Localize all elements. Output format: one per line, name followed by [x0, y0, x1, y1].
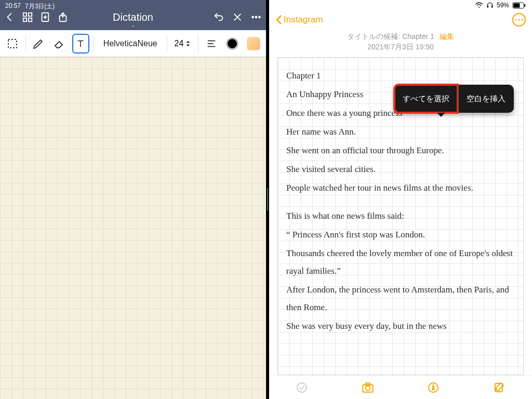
- svg-rect-25: [524, 4, 525, 7]
- svg-point-28: [521, 19, 523, 20]
- left-canvas[interactable]: [0, 57, 266, 399]
- font-size-stepper[interactable]: 24: [171, 39, 194, 48]
- edit-title-button[interactable]: 編集: [440, 32, 454, 41]
- note-line: Thousands cheered the lovely member of o…: [286, 245, 515, 280]
- checklist-icon[interactable]: [295, 380, 309, 395]
- camera-icon[interactable]: [361, 380, 375, 395]
- compose-icon[interactable]: [492, 380, 507, 395]
- font-name: HelveticaNeue: [103, 39, 157, 48]
- svg-rect-21: [487, 6, 488, 8]
- right-app: 59% Instagram タイトルの候補: Chapter 1 編集 2021…: [269, 0, 532, 399]
- left-titlebar: 20:57 7月3日(土) Dictation ⌄: [0, 0, 266, 30]
- svg-rect-22: [491, 6, 493, 8]
- title-value: Chapter 1: [402, 32, 434, 41]
- note-line: She visited several cities.: [286, 161, 515, 178]
- svg-point-31: [365, 385, 370, 390]
- divider: [25, 35, 26, 52]
- font-size-value: 24: [175, 39, 184, 48]
- lasso-tool[interactable]: [4, 34, 21, 54]
- back-button[interactable]: Instagram: [275, 15, 323, 25]
- divider: [198, 35, 198, 52]
- divider: [167, 35, 167, 52]
- note-line: Her name was Ann.: [286, 123, 515, 141]
- svg-point-33: [429, 383, 438, 392]
- note-line: After London, the princess went to Amste…: [286, 281, 515, 316]
- title-text: Dictation: [113, 11, 153, 23]
- svg-point-27: [518, 19, 520, 20]
- headphone-icon: [486, 2, 494, 9]
- more-button[interactable]: [512, 13, 526, 26]
- status-date: 7月3日(土): [25, 2, 55, 11]
- status-bar-right: 59%: [269, 0, 532, 10]
- wifi-icon: [475, 2, 483, 8]
- back-label: Instagram: [284, 15, 323, 25]
- highlight-chip[interactable]: [245, 34, 262, 54]
- align-tool[interactable]: [203, 34, 220, 54]
- note-timestamp: 2021年7月3日 19:50: [269, 43, 532, 57]
- note-line: She was very busy every day, but in the …: [286, 317, 515, 335]
- svg-rect-24: [513, 3, 520, 7]
- font-selector[interactable]: HelveticaNeue: [98, 39, 163, 48]
- svg-point-26: [515, 19, 516, 20]
- divider: [94, 35, 94, 52]
- right-header: Instagram: [269, 10, 532, 29]
- status-time: 20:57: [5, 2, 21, 9]
- svg-point-29: [297, 383, 307, 392]
- context-menu: すべてを選択 空白を挿入: [394, 85, 514, 113]
- notes-bottom-toolbar: [269, 375, 532, 399]
- svg-point-20: [478, 7, 480, 8]
- battery-percent: 59%: [497, 2, 509, 9]
- left-toolbar: HelveticaNeue 24: [0, 30, 266, 57]
- note-line: People watched her tour in news films at…: [286, 179, 515, 197]
- left-app: 20:57 7月3日(土) Dictation ⌄: [0, 0, 266, 399]
- note-line: “ Princess Ann's first stop was London.: [286, 226, 515, 244]
- note-line: Chapter 1: [286, 67, 515, 85]
- note-line: She went on an official tour through Eur…: [286, 142, 515, 159]
- title-prefix: タイトルの候補:: [347, 32, 402, 41]
- svg-rect-32: [365, 383, 370, 385]
- note-title-row: タイトルの候補: Chapter 1 編集: [269, 29, 532, 43]
- markup-icon[interactable]: [426, 380, 441, 395]
- text-color-chip[interactable]: [224, 34, 241, 54]
- menu-insert-space[interactable]: 空白を挿入: [458, 85, 514, 113]
- note-line: This is what one news films said:: [286, 207, 515, 225]
- chevron-down-icon: ⌄: [0, 22, 266, 28]
- pen-tool[interactable]: [30, 34, 47, 54]
- note-body[interactable]: Chapter 1An Unhappy PrincessOnce there w…: [277, 57, 524, 375]
- left-app-title[interactable]: Dictation ⌄: [0, 11, 266, 28]
- eraser-tool[interactable]: [51, 34, 68, 54]
- battery-icon: [512, 2, 526, 9]
- svg-rect-14: [8, 39, 17, 48]
- menu-select-all[interactable]: すべてを選択: [394, 85, 458, 113]
- text-tool[interactable]: [72, 34, 89, 54]
